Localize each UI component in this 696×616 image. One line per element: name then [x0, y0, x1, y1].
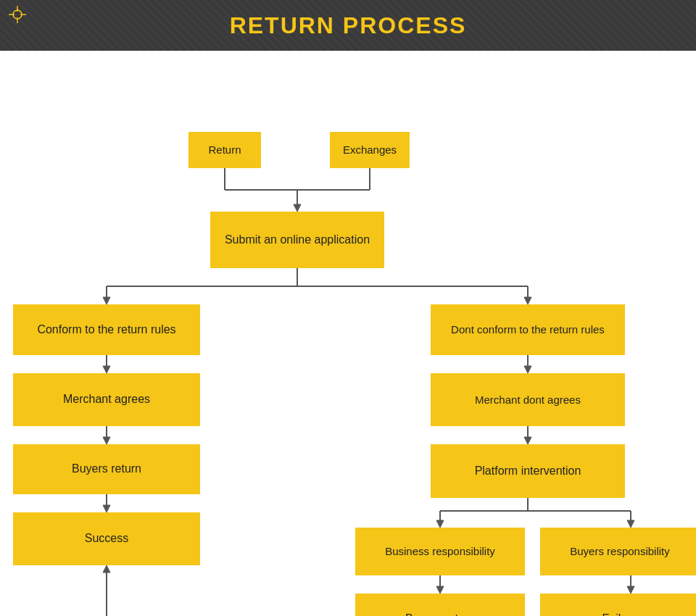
svg-marker-17 [103, 366, 110, 373]
svg-marker-21 [103, 505, 110, 512]
buyers-return-left-box: Buyers return [13, 444, 200, 494]
exchanges-box: Exchanges [330, 132, 410, 168]
conform-box: Conform to the return rules [13, 304, 200, 355]
dont-conform-box: Dont conform to the return rules [431, 304, 625, 355]
merchant-dont-box: Merchant dont agrees [431, 373, 625, 426]
business-resp-box: Business responsibility [355, 528, 525, 575]
platform-box: Platform intervention [431, 444, 625, 498]
svg-marker-13 [103, 297, 110, 304]
page-header: RETURN PROCESS [0, 0, 696, 51]
svg-marker-29 [436, 520, 444, 528]
svg-marker-9 [294, 204, 301, 212]
return-box: Return [188, 132, 261, 168]
svg-marker-33 [436, 586, 444, 594]
crosshair-icon [9, 6, 26, 23]
page-title: RETURN PROCESS [230, 12, 467, 39]
buyers-resp-box: Buyers responsibility [540, 528, 696, 575]
svg-marker-23 [524, 366, 531, 373]
buyers-return-right-box: Buyers return [355, 594, 525, 616]
submit-box: Submit an online application [210, 212, 384, 268]
failure-box: Failure [540, 594, 696, 616]
svg-marker-31 [627, 520, 634, 528]
svg-marker-39 [103, 565, 110, 573]
success-box: Success [13, 512, 200, 565]
diagram: Return Exchanges Submit an online applic… [0, 51, 696, 616]
svg-marker-19 [103, 437, 110, 444]
svg-marker-35 [627, 586, 634, 594]
svg-marker-15 [524, 297, 531, 304]
svg-marker-25 [524, 437, 531, 444]
merchant-agrees-box: Merchant agrees [13, 373, 200, 426]
